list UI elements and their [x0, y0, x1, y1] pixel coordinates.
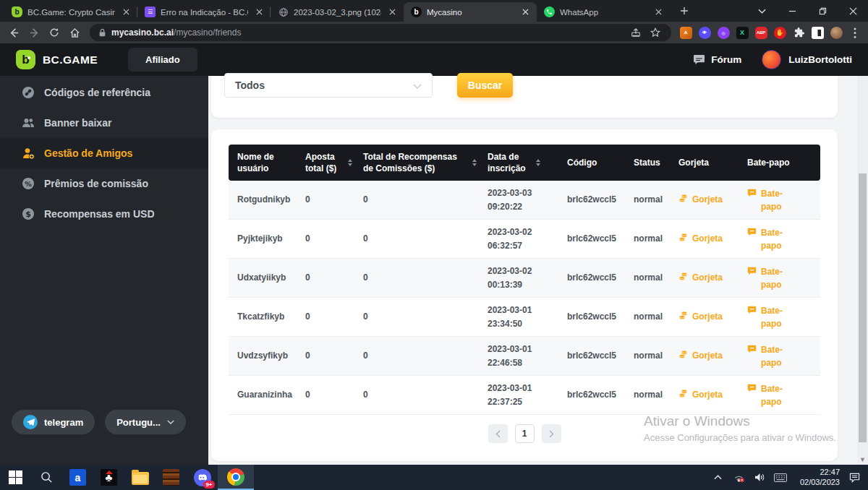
tip-button[interactable]: Gorjeta	[678, 310, 723, 324]
filter-dropdown[interactable]: Todos	[224, 73, 433, 98]
scrollbar-thumb[interactable]	[859, 173, 867, 442]
taskbar-search-button[interactable]	[31, 465, 62, 490]
forward-icon[interactable]	[26, 25, 42, 40]
metamask-icon[interactable]: ᗑ	[678, 25, 693, 40]
language-selector[interactable]: Portugu...	[105, 410, 186, 434]
chat-button[interactable]: Bate-papo	[747, 304, 793, 330]
sidebar-item-gestao-de-amigos[interactable]: Gestão de Amigos	[0, 138, 208, 168]
tip-button[interactable]: Gorjeta	[678, 349, 723, 363]
filter-dropdown-value: Todos	[235, 79, 265, 91]
sort-icon[interactable]	[536, 159, 540, 166]
touch-keyboard-icon[interactable]	[774, 471, 787, 484]
chat-button[interactable]: Bate-papo	[747, 265, 793, 291]
username[interactable]: LuizBortolotti	[788, 54, 852, 65]
forum-link[interactable]: Fórum	[693, 54, 741, 65]
bookmark-star-icon[interactable]	[648, 25, 663, 40]
action-center-icon[interactable]	[848, 471, 861, 484]
volume-icon[interactable]	[753, 471, 766, 484]
prev-page-button[interactable]	[488, 424, 508, 443]
phantom-wallet-icon[interactable]: 👁	[697, 25, 712, 40]
row-status: normal	[634, 310, 678, 324]
minimize-button[interactable]	[777, 0, 807, 22]
tab-close-icon[interactable]	[253, 7, 265, 18]
restore-button[interactable]	[807, 0, 838, 22]
sidebar-item-label: Códigos de referência	[44, 87, 150, 98]
tab-close-icon[interactable]	[386, 7, 398, 18]
coins-icon	[678, 233, 688, 242]
chat-button[interactable]: Bate-papo	[747, 343, 793, 369]
brand-name[interactable]: BC.GAME	[43, 53, 98, 66]
tab-search-chevron-icon[interactable]	[746, 0, 777, 22]
search-button[interactable]: Buscar	[457, 73, 513, 98]
new-tab-button[interactable]	[674, 1, 694, 21]
page-scrollbar[interactable]: ▼	[857, 76, 868, 465]
profile-avatar[interactable]	[829, 25, 843, 40]
row-total-rewards: 0	[363, 193, 488, 207]
sort-icon[interactable]	[472, 159, 477, 166]
bcgame-logo[interactable]: b	[16, 50, 35, 69]
taskbar-chrome-active[interactable]	[218, 465, 254, 490]
home-icon[interactable]	[67, 25, 82, 40]
sidebar: Códigos de referência Banner baixar Gest…	[0, 76, 208, 465]
tab-bcgame[interactable]: b BC.Game: Crypto Casino Gam	[4, 2, 137, 22]
scroll-down-arrow-icon[interactable]: ▼	[857, 456, 868, 463]
tab-title: Erro na Indicação - BC.Game	[161, 8, 248, 17]
chat-button[interactable]: Bate-papo	[747, 226, 793, 252]
sidebar-item-banner-baixar[interactable]: Banner baixar	[0, 108, 208, 138]
sidebar-item-premios-comissao[interactable]: % Prêmios de comissão	[0, 168, 208, 199]
table-header: Nome de usuário Aposta total ($) Total d…	[229, 145, 820, 181]
reading-mode-icon[interactable]	[810, 25, 825, 40]
taskbar-clock[interactable]: 22:47 02/03/2023	[795, 468, 840, 488]
taskbar-file-explorer[interactable]	[124, 465, 156, 490]
sidebar-item-recompensas-usd[interactable]: $ Recompensas em USD	[0, 199, 208, 229]
tab-close-icon[interactable]	[519, 7, 531, 18]
address-bar[interactable]: mycasino.bc.ai/mycasino/friends	[90, 24, 671, 41]
stop-hand-icon[interactable]: ✋	[773, 25, 787, 40]
row-total-bet: 0	[305, 388, 363, 402]
reload-icon[interactable]	[46, 25, 62, 40]
tab-close-icon[interactable]	[120, 7, 132, 18]
taskbar-amd-radeon[interactable]: a	[62, 465, 93, 490]
close-window-button[interactable]	[838, 0, 868, 22]
user-avatar[interactable]	[762, 50, 781, 69]
tab-close-icon[interactable]	[652, 7, 664, 18]
person-plus-icon	[22, 147, 35, 160]
browser-menu-icon[interactable]	[848, 25, 862, 40]
row-code: brlc62wccl5	[567, 349, 634, 363]
purple-wallet-icon[interactable]: ◎	[716, 25, 731, 40]
telegram-button[interactable]: telegram	[12, 410, 95, 434]
chat-button[interactable]: Bate-papo	[747, 382, 793, 408]
tip-button[interactable]: Gorjeta	[678, 193, 723, 207]
browser-tab-strip: b BC.Game: Crypto Casino Gam ☰ Erro na I…	[0, 0, 868, 22]
puzzle-extensions-icon[interactable]	[791, 25, 806, 40]
tip-button[interactable]: Gorjeta	[678, 271, 723, 285]
taskbar-discord[interactable]: 9+	[187, 465, 218, 490]
start-button[interactable]	[0, 465, 31, 490]
tab-mycasino-active[interactable]: b Mycasino	[404, 2, 537, 22]
x-extension-icon[interactable]: X	[735, 25, 749, 40]
row-username: Tkcatzfikyb	[229, 310, 305, 324]
taskbar-casino-app[interactable]: ♣	[93, 465, 124, 490]
adblock-plus-icon[interactable]: ABP	[754, 25, 768, 40]
sidebar-item-codigos-referencia[interactable]: Códigos de referência	[0, 77, 208, 108]
dollar-icon: $	[22, 207, 35, 220]
next-page-button[interactable]	[542, 424, 561, 443]
tip-button[interactable]: Gorjeta	[678, 232, 723, 246]
chat-bubble-icon	[747, 305, 757, 314]
share-icon[interactable]	[629, 25, 643, 40]
back-icon[interactable]	[6, 25, 22, 40]
current-page[interactable]: 1	[515, 424, 535, 443]
chat-button[interactable]: Bate-papo	[747, 187, 793, 213]
tab-erro-indicacao[interactable]: ☰ Erro na Indicação - BC.Game	[137, 2, 271, 22]
tray-chevron-up-icon[interactable]	[711, 471, 724, 484]
users-icon	[22, 116, 35, 129]
tab-whatsapp[interactable]: WhatsApp	[537, 2, 670, 22]
tip-button[interactable]: Gorjeta	[678, 388, 723, 402]
taskbar-game-app[interactable]	[156, 465, 187, 490]
nav-afiliado[interactable]: Afiliado	[128, 48, 197, 72]
url-text: mycasino.bc.ai/mycasino/friends	[111, 27, 624, 38]
network-disconnected-icon[interactable]	[732, 471, 745, 484]
col-status: Status	[634, 157, 660, 168]
tab-png-image[interactable]: 2023-03-02_3.png (1024×76	[271, 2, 404, 22]
sort-icon[interactable]	[348, 159, 352, 166]
